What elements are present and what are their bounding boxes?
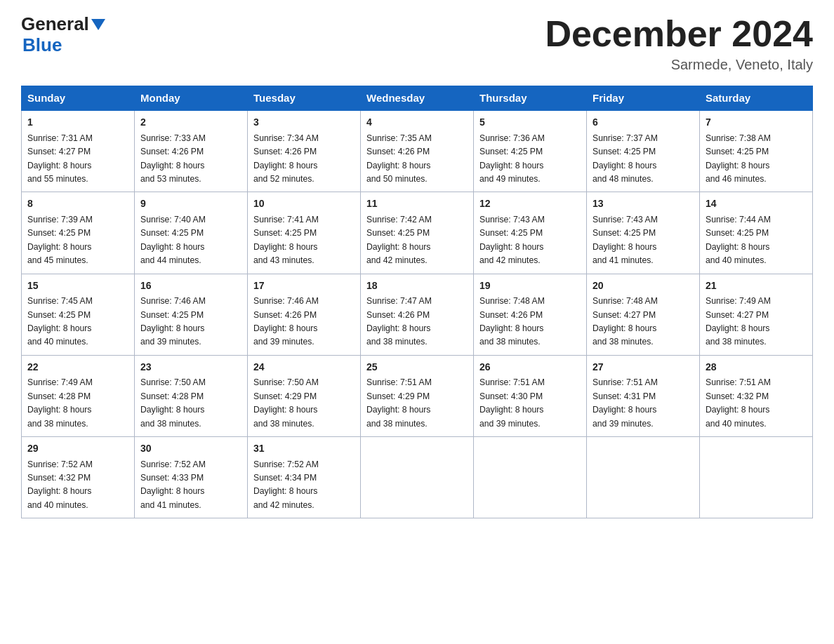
day-info: Sunrise: 7:50 AMSunset: 4:28 PMDaylight:…	[140, 377, 206, 428]
calendar-cell: 26 Sunrise: 7:51 AMSunset: 4:30 PMDaylig…	[474, 355, 587, 436]
day-info: Sunrise: 7:48 AMSunset: 4:27 PMDaylight:…	[593, 296, 658, 347]
header-right: December 2024 Sarmede, Veneto, Italy	[545, 14, 813, 73]
calendar-cell: 2 Sunrise: 7:33 AMSunset: 4:26 PMDayligh…	[135, 110, 248, 192]
calendar-cell: 28 Sunrise: 7:51 AMSunset: 4:32 PMDaylig…	[700, 355, 813, 436]
calendar-cell	[361, 436, 474, 518]
day-info: Sunrise: 7:52 AMSunset: 4:32 PMDaylight:…	[27, 459, 93, 510]
day-number: 11	[366, 196, 468, 212]
day-number: 8	[27, 196, 128, 212]
calendar-cell	[587, 436, 700, 518]
header-monday: Monday	[135, 86, 248, 111]
header-friday: Friday	[587, 86, 700, 111]
day-info: Sunrise: 7:51 AMSunset: 4:29 PMDaylight:…	[366, 377, 432, 428]
day-number: 4	[366, 115, 468, 130]
calendar-cell: 5 Sunrise: 7:36 AMSunset: 4:25 PMDayligh…	[474, 110, 587, 192]
day-info: Sunrise: 7:42 AMSunset: 4:25 PMDaylight:…	[366, 215, 432, 265]
calendar-cell: 10 Sunrise: 7:41 AMSunset: 4:25 PMDaylig…	[248, 192, 361, 274]
day-number: 19	[479, 279, 581, 294]
day-number: 12	[479, 196, 581, 212]
calendar-cell	[700, 436, 813, 518]
day-number: 14	[706, 196, 807, 212]
calendar-cell: 3 Sunrise: 7:34 AMSunset: 4:26 PMDayligh…	[248, 110, 361, 192]
day-info: Sunrise: 7:52 AMSunset: 4:34 PMDaylight:…	[253, 459, 319, 510]
calendar-week-3: 15 Sunrise: 7:45 AMSunset: 4:25 PMDaylig…	[22, 274, 813, 355]
calendar-cell: 19 Sunrise: 7:48 AMSunset: 4:26 PMDaylig…	[474, 274, 587, 355]
day-number: 2	[140, 115, 241, 130]
calendar-week-1: 1 Sunrise: 7:31 AMSunset: 4:27 PMDayligh…	[22, 110, 813, 192]
calendar-cell: 31 Sunrise: 7:52 AMSunset: 4:34 PMDaylig…	[248, 436, 361, 518]
day-info: Sunrise: 7:51 AMSunset: 4:30 PMDaylight:…	[479, 377, 545, 428]
header-wednesday: Wednesday	[361, 86, 474, 111]
header-sunday: Sunday	[22, 86, 135, 111]
day-number: 17	[253, 279, 355, 294]
day-info: Sunrise: 7:45 AMSunset: 4:25 PMDaylight:…	[27, 296, 93, 347]
weekday-header-row: Sunday Monday Tuesday Wednesday Thursday…	[22, 86, 813, 111]
day-info: Sunrise: 7:52 AMSunset: 4:33 PMDaylight:…	[140, 459, 206, 510]
day-number: 26	[479, 360, 581, 375]
calendar-cell: 6 Sunrise: 7:37 AMSunset: 4:25 PMDayligh…	[587, 110, 700, 192]
day-info: Sunrise: 7:36 AMSunset: 4:25 PMDaylight:…	[479, 133, 545, 184]
calendar-cell: 18 Sunrise: 7:47 AMSunset: 4:26 PMDaylig…	[361, 274, 474, 355]
day-number: 6	[593, 115, 694, 130]
day-number: 9	[140, 196, 241, 212]
day-number: 18	[366, 279, 468, 294]
calendar-cell: 7 Sunrise: 7:38 AMSunset: 4:25 PMDayligh…	[700, 110, 813, 192]
page-header: General Blue December 2024 Sarmede, Vene…	[21, 14, 813, 73]
calendar-cell: 30 Sunrise: 7:52 AMSunset: 4:33 PMDaylig…	[135, 436, 248, 518]
day-info: Sunrise: 7:33 AMSunset: 4:26 PMDaylight:…	[140, 133, 206, 184]
day-info: Sunrise: 7:43 AMSunset: 4:25 PMDaylight:…	[479, 215, 545, 265]
logo-triangle-icon	[91, 19, 105, 30]
day-info: Sunrise: 7:49 AMSunset: 4:28 PMDaylight:…	[27, 377, 93, 428]
calendar-week-4: 22 Sunrise: 7:49 AMSunset: 4:28 PMDaylig…	[22, 355, 813, 436]
location-text: Sarmede, Veneto, Italy	[545, 57, 813, 73]
day-number: 1	[27, 115, 128, 130]
day-number: 21	[706, 279, 807, 294]
calendar-cell: 12 Sunrise: 7:43 AMSunset: 4:25 PMDaylig…	[474, 192, 587, 274]
day-info: Sunrise: 7:43 AMSunset: 4:25 PMDaylight:…	[593, 215, 658, 265]
day-number: 22	[27, 360, 128, 375]
day-number: 31	[253, 441, 355, 457]
day-info: Sunrise: 7:48 AMSunset: 4:26 PMDaylight:…	[479, 296, 545, 347]
day-info: Sunrise: 7:31 AMSunset: 4:27 PMDaylight:…	[27, 133, 93, 184]
logo-blue-text: Blue	[22, 34, 62, 56]
header-saturday: Saturday	[700, 86, 813, 111]
day-info: Sunrise: 7:40 AMSunset: 4:25 PMDaylight:…	[140, 215, 206, 265]
day-info: Sunrise: 7:44 AMSunset: 4:25 PMDaylight:…	[706, 215, 771, 265]
day-number: 28	[706, 360, 807, 375]
day-number: 10	[253, 196, 355, 212]
day-info: Sunrise: 7:35 AMSunset: 4:26 PMDaylight:…	[366, 133, 432, 184]
calendar-cell: 16 Sunrise: 7:46 AMSunset: 4:25 PMDaylig…	[135, 274, 248, 355]
calendar-cell	[474, 436, 587, 518]
calendar-cell: 15 Sunrise: 7:45 AMSunset: 4:25 PMDaylig…	[22, 274, 135, 355]
calendar-table: Sunday Monday Tuesday Wednesday Thursday…	[21, 86, 813, 518]
calendar-week-2: 8 Sunrise: 7:39 AMSunset: 4:25 PMDayligh…	[22, 192, 813, 274]
calendar-cell: 14 Sunrise: 7:44 AMSunset: 4:25 PMDaylig…	[700, 192, 813, 274]
day-info: Sunrise: 7:51 AMSunset: 4:31 PMDaylight:…	[593, 377, 658, 428]
day-number: 20	[593, 279, 694, 294]
day-info: Sunrise: 7:50 AMSunset: 4:29 PMDaylight:…	[253, 377, 319, 428]
month-title: December 2024	[545, 14, 813, 54]
day-info: Sunrise: 7:49 AMSunset: 4:27 PMDaylight:…	[706, 296, 771, 347]
calendar-cell: 29 Sunrise: 7:52 AMSunset: 4:32 PMDaylig…	[22, 436, 135, 518]
day-number: 30	[140, 441, 241, 457]
day-info: Sunrise: 7:37 AMSunset: 4:25 PMDaylight:…	[593, 133, 658, 184]
calendar-cell: 17 Sunrise: 7:46 AMSunset: 4:26 PMDaylig…	[248, 274, 361, 355]
header-tuesday: Tuesday	[248, 86, 361, 111]
calendar-cell: 11 Sunrise: 7:42 AMSunset: 4:25 PMDaylig…	[361, 192, 474, 274]
day-number: 7	[706, 115, 807, 130]
day-number: 5	[479, 115, 581, 130]
calendar-cell: 8 Sunrise: 7:39 AMSunset: 4:25 PMDayligh…	[22, 192, 135, 274]
day-number: 27	[593, 360, 694, 375]
day-number: 24	[253, 360, 355, 375]
calendar-cell: 9 Sunrise: 7:40 AMSunset: 4:25 PMDayligh…	[135, 192, 248, 274]
day-info: Sunrise: 7:38 AMSunset: 4:25 PMDaylight:…	[706, 133, 771, 184]
calendar-cell: 21 Sunrise: 7:49 AMSunset: 4:27 PMDaylig…	[700, 274, 813, 355]
day-info: Sunrise: 7:51 AMSunset: 4:32 PMDaylight:…	[706, 377, 771, 428]
calendar-week-5: 29 Sunrise: 7:52 AMSunset: 4:32 PMDaylig…	[22, 436, 813, 518]
day-number: 16	[140, 279, 241, 294]
calendar-cell: 22 Sunrise: 7:49 AMSunset: 4:28 PMDaylig…	[22, 355, 135, 436]
calendar-cell: 27 Sunrise: 7:51 AMSunset: 4:31 PMDaylig…	[587, 355, 700, 436]
calendar-cell: 4 Sunrise: 7:35 AMSunset: 4:26 PMDayligh…	[361, 110, 474, 192]
calendar-cell: 13 Sunrise: 7:43 AMSunset: 4:25 PMDaylig…	[587, 192, 700, 274]
calendar-cell: 25 Sunrise: 7:51 AMSunset: 4:29 PMDaylig…	[361, 355, 474, 436]
